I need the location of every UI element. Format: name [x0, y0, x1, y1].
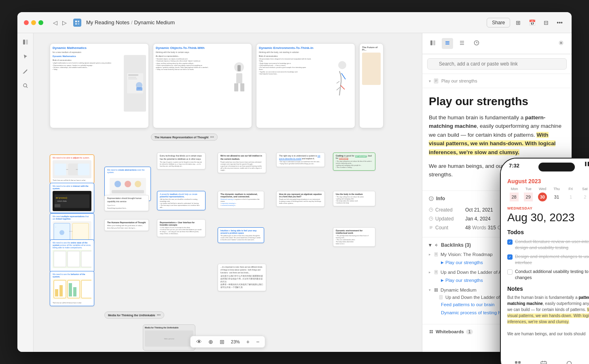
play-icon-2: ▶ — [441, 278, 444, 282]
mm-node-media-bottom[interactable]: Media for Thinking the Unthinkable Video… — [143, 324, 195, 351]
target-button[interactable]: ⊕ — [207, 338, 215, 346]
section-tag-media[interactable]: Media for Thinking the Unthinkable ••• — [104, 311, 164, 319]
todo-checkbox-1[interactable]: ✓ — [507, 239, 513, 245]
play-icon-1: ▶ — [441, 260, 444, 265]
cal-28[interactable]: 28 — [510, 193, 519, 201]
mm-node-body[interactable]: Use the body in the medium • The way cod… — [333, 191, 375, 206]
fullscreen-button[interactable]: ⊞ — [218, 338, 226, 346]
mm-node-not-allowed[interactable]: We're not allowed to use our full intell… — [218, 152, 266, 173]
wb-icon — [429, 329, 434, 334]
play-strengths-btn-2[interactable]: ▶ Play our strengths — [439, 277, 485, 284]
lines-button[interactable] — [456, 38, 468, 49]
count-label-text: Count — [435, 225, 448, 231]
sidebar-panel-icon[interactable] — [20, 36, 31, 48]
mm-node-behavior[interactable]: We need to see the behavior of the syste… — [50, 271, 94, 306]
calendar-button[interactable]: 📅 — [526, 18, 538, 28]
svg-rect-67 — [434, 78, 438, 83]
mm-node-humane[interactable]: The Humane Representation of Thought Whe… — [104, 219, 149, 231]
parent-label-1: My Vision: The Roadmap — [441, 252, 493, 257]
mm-node-multiple[interactable]: We need multiple representations that ar… — [50, 213, 94, 243]
search-side-icon[interactable] — [20, 80, 31, 91]
mm-node-right-way[interactable]: The right way is to understand a system … — [276, 152, 325, 167]
layers-button[interactable]: ⊞ — [513, 18, 523, 28]
mm-node-chinese[interactable]: ...it is important to note: there are tw… — [218, 264, 266, 291]
close-button[interactable] — [24, 20, 29, 25]
phone-bottom-bar — [501, 357, 589, 364]
todo-text-1: Conduct literature review on user-interf… — [515, 239, 589, 251]
card-dynamic-mathematics[interactable]: Dynamic Mathematics for a new medium of … — [50, 43, 149, 128]
calendar-header: August 2023 Mon Tue Wed Thu Fri Sat Sun … — [507, 175, 589, 203]
forward-button[interactable]: ▷ — [61, 18, 68, 28]
mm-node-algebraic[interactable]: How do you represent an algebraic equati… — [276, 191, 325, 207]
phone-calendar-icon[interactable] — [536, 357, 551, 364]
phone-time: 7:32 — [509, 162, 519, 169]
mm-node-notational[interactable]: The dynamic medium is notational, respon… — [218, 191, 264, 209]
cal-31[interactable]: 31 — [552, 193, 561, 201]
clock-button[interactable] — [471, 38, 482, 49]
card-image-2 — [229, 55, 249, 112]
cal-30[interactable]: 30 — [538, 193, 547, 201]
canvas-area[interactable]: Dynamic Mathematics for a new medium of … — [34, 33, 422, 352]
panel-toggle-button[interactable] — [427, 38, 439, 49]
mm-node-representation[interactable]: Representation should brought human capa… — [104, 195, 149, 211]
card-dynamic-objects[interactable]: Dynamic Objects-To-Think-With thinking w… — [153, 43, 252, 128]
cal-1[interactable]: 1 — [566, 193, 575, 201]
back-button[interactable]: ◁ — [51, 18, 59, 28]
todo-1: ✓ Conduct literature review on user-inte… — [507, 239, 589, 251]
more-button[interactable]: ••• — [554, 18, 565, 28]
count-icon — [429, 225, 433, 230]
maximize-button[interactable] — [38, 20, 43, 25]
mm-node-interact[interactable]: We need to be able to interact with the … — [50, 183, 94, 213]
mm-node-state[interactable]: We need to see the entire state of the s… — [50, 239, 94, 272]
svg-rect-56 — [445, 42, 449, 43]
parent-chevron-3: ▾ — [429, 288, 431, 292]
card-body-1: Dynamic Mathematics Mode of communicatio… — [53, 55, 122, 112]
minimize-button[interactable] — [31, 20, 36, 25]
zoom-out-button[interactable]: − — [254, 338, 261, 346]
sub-doc-icon-3a — [439, 295, 443, 300]
mm-node-technology[interactable]: Every technology that blinds us in certa… — [157, 152, 206, 169]
parent-label-3: Dynamic Medium — [441, 288, 477, 292]
text-highlight-1: With visual patterns, we win hands-down.… — [429, 132, 555, 155]
list-view-button[interactable] — [442, 38, 453, 49]
phone-search-icon[interactable] — [562, 357, 577, 364]
mm-node-dynamic-env[interactable]: Dynamic environment for intellectual wor… — [333, 227, 375, 247]
mm-node-coding[interactable]: Coding is good for engineering, bad for … — [333, 152, 375, 171]
right-panel-toolbar — [422, 33, 572, 54]
search-input[interactable] — [427, 58, 567, 70]
mm-node-adjust[interactable]: We need to be able to adjust the system.… — [50, 154, 94, 184]
grid-button[interactable]: ⊟ — [541, 18, 551, 28]
play-strengths-label-2: Play our strengths — [445, 278, 483, 283]
card-title-1: Dynamic Mathematics — [53, 46, 146, 50]
todo-checkbox-3[interactable] — [507, 269, 513, 275]
pen-tool-icon[interactable] — [20, 66, 31, 77]
todo-checkbox-2[interactable]: ✓ — [507, 254, 513, 260]
window-title: My Reading Notes / Dynamic Medium — [86, 19, 175, 25]
play-strengths-btn-1[interactable]: ▶ Play our strengths — [439, 259, 485, 266]
cal-29[interactable]: 29 — [524, 193, 533, 201]
phone-content[interactable]: August 2023 Mon Tue Wed Thu Fri Sat Sun … — [501, 175, 589, 351]
mm-node-user-interface[interactable]: Representations + User Interface for Inv… — [157, 219, 206, 237]
mm-node-powerful[interactable]: A powerful medium should help us create … — [157, 191, 206, 210]
svg-rect-43 — [68, 251, 80, 267]
svg-rect-42 — [54, 251, 66, 267]
notes-body: But the human brain is fundamentally a p… — [507, 294, 589, 337]
location-row: ▾ Play our strengths — [422, 74, 572, 88]
card-dynamic-environments[interactable]: Dynamic Environments-To-Think-In thinkin… — [256, 43, 355, 128]
eye-button[interactable]: 👁 — [195, 338, 203, 346]
zoom-in-button[interactable]: + — [245, 338, 251, 346]
share-button[interactable]: Share — [487, 18, 510, 28]
feed-patterns-btn[interactable]: Feed patterns to our brain — [439, 301, 497, 308]
cursor-tool-icon[interactable] — [20, 51, 31, 62]
cal-2[interactable]: 2 — [581, 193, 589, 201]
canvas-toolbar: 👁 ⊕ ⊞ 23% + − — [190, 336, 265, 348]
todo-3: Conduct additional usability testing to … — [507, 269, 589, 281]
mm-node-intuition[interactable]: Intuition + being able to feel your way … — [218, 227, 264, 243]
section-tag-humane[interactable]: The Humane Representation of Thought ••• — [151, 133, 218, 141]
svg-rect-55 — [445, 41, 449, 42]
svg-rect-32 — [72, 223, 89, 240]
card-future[interactable]: The Future of Pr... — [359, 43, 383, 128]
phone-home-icon[interactable] — [511, 357, 525, 364]
svg-rect-49 — [55, 289, 58, 296]
close-panel-button[interactable] — [555, 38, 567, 49]
